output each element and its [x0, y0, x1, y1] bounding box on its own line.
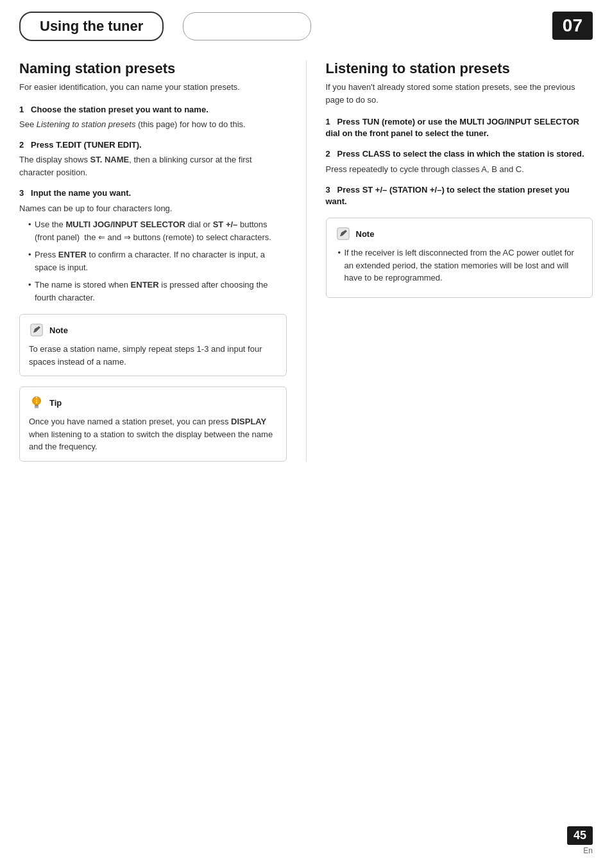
left-step-1-body: See Listening to station presets (this p…	[19, 118, 287, 131]
left-step-2-body: The display shows ST. NAME, then a blink…	[19, 153, 287, 178]
page-number: 45	[567, 826, 593, 845]
header-title-box: Using the tuner	[19, 12, 164, 41]
left-note-header: Note	[29, 322, 277, 338]
bullet-3: The name is stored when ENTER is pressed…	[28, 279, 287, 304]
right-note-label: Note	[356, 229, 375, 239]
left-step-3-bullets: Use the MULTI JOG/INPUT SELECTOR dial or…	[19, 218, 287, 304]
right-step-3: 3 Press ST +/– (STATION +/–) to select t…	[326, 184, 593, 207]
right-step-2-heading: 2 Press CLASS to select the class in whi…	[326, 148, 593, 160]
step-num-2: 2	[19, 140, 28, 150]
tip-box: Tip Once you have named a station preset…	[19, 386, 287, 462]
right-step-1-heading: 1 Press TUN (remote) or use the MULTI JO…	[326, 116, 593, 139]
tip-header: Tip	[29, 395, 277, 410]
right-note-box: Note If the receiver is left disconnecte…	[326, 218, 593, 298]
right-note-header: Note	[336, 226, 584, 241]
header: Using the tuner 07	[0, 0, 612, 48]
page-title: Using the tuner	[40, 18, 143, 34]
left-note-box: Note To erase a station name, simply rep…	[19, 314, 287, 376]
page-container: Using the tuner 07 Naming station preset…	[0, 0, 612, 868]
right-step-num-2: 2	[326, 149, 335, 159]
svg-point-5	[36, 399, 37, 401]
tip-label: Tip	[49, 398, 62, 408]
tip-icon	[29, 395, 44, 410]
right-note-bullet-1: If the receiver is left disconnected fro…	[338, 247, 584, 284]
left-step-2: 2 Press T.EDIT (TUNER EDIT). The display…	[19, 139, 287, 178]
left-step-3-body: Names can be up to four characters long.	[19, 202, 287, 215]
bullet-1: Use the MULTI JOG/INPUT SELECTOR dial or…	[28, 218, 287, 243]
right-column: Listening to station presets If you have…	[307, 60, 593, 462]
left-section-intro: For easier identification, you can name …	[19, 81, 287, 94]
right-section-intro: If you haven't already stored some stati…	[326, 81, 593, 106]
right-step-2: 2 Press CLASS to select the class in whi…	[326, 148, 593, 175]
left-step-3-heading: 3 Input the name you want.	[19, 187, 287, 199]
note-icon	[29, 322, 44, 338]
language-label: En	[567, 846, 593, 855]
step-num-1: 1	[19, 105, 28, 114]
right-step-num-3: 3	[326, 185, 335, 195]
right-step-1: 1 Press TUN (remote) or use the MULTI JO…	[326, 116, 593, 139]
footer: 45 En	[567, 826, 593, 855]
left-step-1: 1 Choose the station preset you want to …	[19, 104, 287, 131]
chapter-number: 07	[552, 12, 593, 40]
left-column: Naming station presets For easier identi…	[19, 60, 306, 462]
left-step-3: 3 Input the name you want. Names can be …	[19, 187, 287, 304]
right-note-bullets: If the receiver is left disconnected fro…	[336, 247, 584, 284]
left-note-label: Note	[49, 326, 68, 335]
right-step-3-heading: 3 Press ST +/– (STATION +/–) to select t…	[326, 184, 593, 207]
right-section-title: Listening to station presets	[326, 60, 593, 77]
right-step-num-1: 1	[326, 117, 335, 126]
step-num-3: 3	[19, 188, 28, 198]
header-center-box	[183, 12, 311, 40]
left-note-text: To erase a station name, simply repeat s…	[29, 343, 277, 368]
right-step-2-body: Press repeatedly to cycle through classe…	[326, 163, 593, 176]
main-content: Naming station presets For easier identi…	[0, 48, 612, 474]
right-note-icon	[336, 226, 351, 241]
bullet-2: Press ENTER to confirm a character. If n…	[28, 248, 287, 273]
left-step-2-heading: 2 Press T.EDIT (TUNER EDIT).	[19, 139, 287, 151]
left-step-1-heading: 1 Choose the station preset you want to …	[19, 104, 287, 116]
tip-text: Once you have named a station preset, yo…	[29, 415, 277, 453]
left-section-title: Naming station presets	[19, 60, 287, 77]
